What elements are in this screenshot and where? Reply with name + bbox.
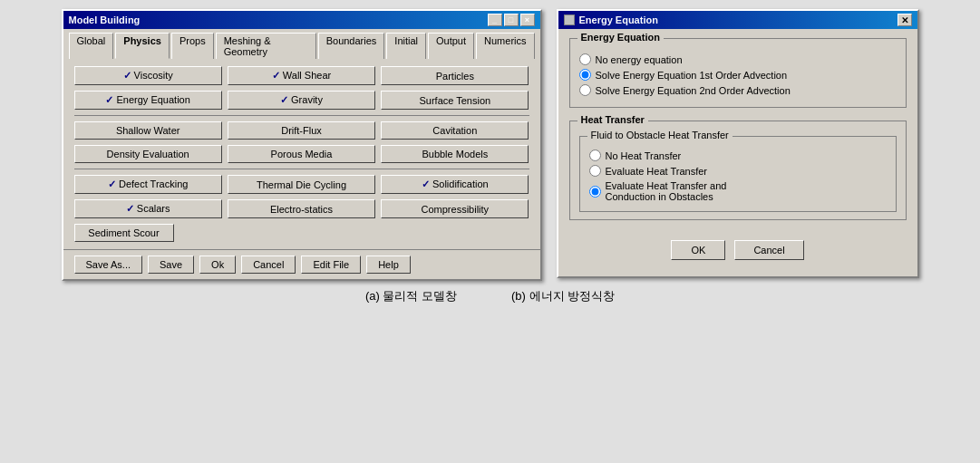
radio-2nd-order-input[interactable] [579, 84, 591, 96]
window-close-btn[interactable]: × [520, 14, 535, 26]
dialog-content: Energy Equation No energy equation Solve… [558, 29, 917, 276]
shallow-water-btn[interactable]: Shallow Water [74, 121, 222, 140]
energy-dialog-title: Energy Equation [579, 14, 658, 25]
heat-group-label: Heat Transfer [577, 114, 648, 125]
radio-no-energy-input[interactable] [579, 53, 591, 65]
radio-eval-heat-input[interactable] [589, 165, 601, 177]
solidification-btn[interactable]: Solidification [381, 175, 529, 194]
radio-no-heat[interactable]: No Heat Transfer [589, 150, 887, 161]
tab-global[interactable]: Global [69, 33, 114, 59]
energy-group-label: Energy Equation [577, 32, 664, 43]
radio-1st-order[interactable]: Solve Energy Equation 1st Order Advectio… [579, 69, 897, 81]
surface-tension-btn[interactable]: Surface Tension [381, 91, 529, 110]
physics-tab-content: Viscosity Wall Shear Particles Energy Eq… [63, 59, 540, 249]
model-building-title: Model Building [69, 14, 141, 25]
compressibility-btn[interactable]: Compressibility [381, 199, 529, 218]
heat-inner-group: Fluid to Obstacle Heat Transfer No Heat … [579, 136, 897, 212]
radio-eval-heat[interactable]: Evaluate Heat Transfer [589, 165, 887, 177]
radio-no-heat-label: No Heat Transfer [606, 150, 682, 161]
energy-equation-btn[interactable]: Energy Equation [74, 91, 222, 110]
button-row-5: Defect Tracking Thermal Die Cycling Soli… [74, 175, 529, 194]
tab-bar: Global Physics Props Meshing & Geometry … [63, 29, 540, 59]
minimize-btn[interactable]: _ [488, 14, 502, 26]
radio-eval-conduction[interactable]: Evaluate Heat Transfer andConduction in … [589, 180, 887, 202]
captions: (a) 물리적 모델창 (b) 에너지 방정식창 [365, 288, 615, 304]
button-row-3: Shallow Water Drift-Flux Cavitation [74, 121, 529, 140]
ok-btn[interactable]: Ok [199, 256, 236, 274]
dialog-close-btn[interactable]: ✕ [898, 14, 912, 26]
maximize-btn[interactable]: □ [504, 14, 519, 26]
cavitation-btn[interactable]: Cavitation [381, 121, 529, 140]
save-btn[interactable]: Save [148, 256, 194, 274]
heat-inner-label: Fluid to Obstacle Heat Transfer [587, 130, 733, 140]
radio-eval-conduction-label: Evaluate Heat Transfer andConduction in … [606, 180, 727, 202]
gravity-btn[interactable]: Gravity [228, 91, 375, 110]
dialog-icon [564, 14, 575, 25]
button-row-1: Viscosity Wall Shear Particles [74, 66, 529, 85]
dialog-cancel-btn[interactable]: Cancel [734, 240, 803, 260]
tab-initial[interactable]: Initial [386, 33, 426, 59]
save-as-btn[interactable]: Save As... [74, 256, 143, 274]
bubble-models-btn[interactable]: Bubble Models [381, 145, 529, 163]
drift-flux-btn[interactable]: Drift-Flux [228, 121, 375, 140]
particles-btn[interactable]: Particles [381, 66, 529, 85]
tab-physics[interactable]: Physics [115, 33, 170, 59]
tab-numerics[interactable]: Numerics [476, 33, 534, 59]
scalars-btn[interactable]: Scalars [74, 199, 222, 218]
tab-boundaries[interactable]: Boundaries [318, 33, 385, 59]
caption-right: (b) 에너지 방정식창 [511, 288, 615, 304]
energy-equation-dialog: Energy Equation ✕ Energy Equation No ene… [557, 9, 919, 278]
tab-meshing[interactable]: Meshing & Geometry [216, 33, 316, 59]
help-btn[interactable]: Help [366, 256, 411, 274]
radio-eval-heat-label: Evaluate Heat Transfer [606, 166, 708, 177]
sep-1 [74, 115, 529, 116]
radio-no-energy-label: No energy equation [596, 54, 683, 65]
tab-props[interactable]: Props [171, 33, 214, 59]
caption-left: (a) 물리적 모델창 [365, 288, 457, 304]
heat-group: Heat Transfer Fluid to Obstacle Heat Tra… [569, 121, 907, 220]
energy-dialog-titlebar: Energy Equation ✕ [558, 11, 917, 29]
model-building-titlebar: Model Building _ □ × [63, 11, 540, 29]
dialog-ok-btn[interactable]: OK [671, 240, 725, 260]
radio-2nd-order-label: Solve Energy Equation 2nd Order Advectio… [596, 85, 791, 96]
defect-tracking-btn[interactable]: Defect Tracking [74, 175, 222, 194]
thermal-die-cycling-btn[interactable]: Thermal Die Cycling [228, 175, 375, 194]
density-evaluation-btn[interactable]: Density Evaluation [74, 145, 222, 163]
button-row-6: Scalars Electro-statics Compressibility [74, 199, 529, 218]
sep-2 [74, 169, 529, 169]
energy-group: Energy Equation No energy equation Solve… [569, 38, 907, 108]
radio-2nd-order[interactable]: Solve Energy Equation 2nd Order Advectio… [579, 84, 897, 96]
button-row-4: Density Evaluation Porous Media Bubble M… [74, 145, 529, 163]
radio-1st-order-label: Solve Energy Equation 1st Order Advectio… [596, 70, 788, 81]
dialog-footer: OK Cancel [569, 233, 907, 267]
footer-bar: Save As... Save Ok Cancel Edit File Help [63, 249, 540, 279]
radio-eval-conduction-input[interactable] [589, 186, 601, 198]
radio-no-energy[interactable]: No energy equation [579, 53, 897, 65]
porous-media-btn[interactable]: Porous Media [228, 145, 375, 163]
tab-output[interactable]: Output [428, 33, 474, 59]
cancel-btn[interactable]: Cancel [241, 256, 296, 274]
wall-shear-btn[interactable]: Wall Shear [228, 66, 375, 85]
button-row-7: Sediment Scour [74, 224, 529, 242]
radio-1st-order-input[interactable] [579, 69, 591, 81]
viscosity-btn[interactable]: Viscosity [74, 66, 222, 85]
button-row-2: Energy Equation Gravity Surface Tension [74, 91, 529, 110]
electrostatics-btn[interactable]: Electro-statics [228, 199, 375, 218]
model-building-window: Model Building _ □ × Global Physics Prop… [62, 9, 542, 281]
edit-file-btn[interactable]: Edit File [301, 256, 361, 274]
sediment-scour-btn[interactable]: Sediment Scour [74, 224, 174, 242]
radio-no-heat-input[interactable] [589, 150, 601, 161]
